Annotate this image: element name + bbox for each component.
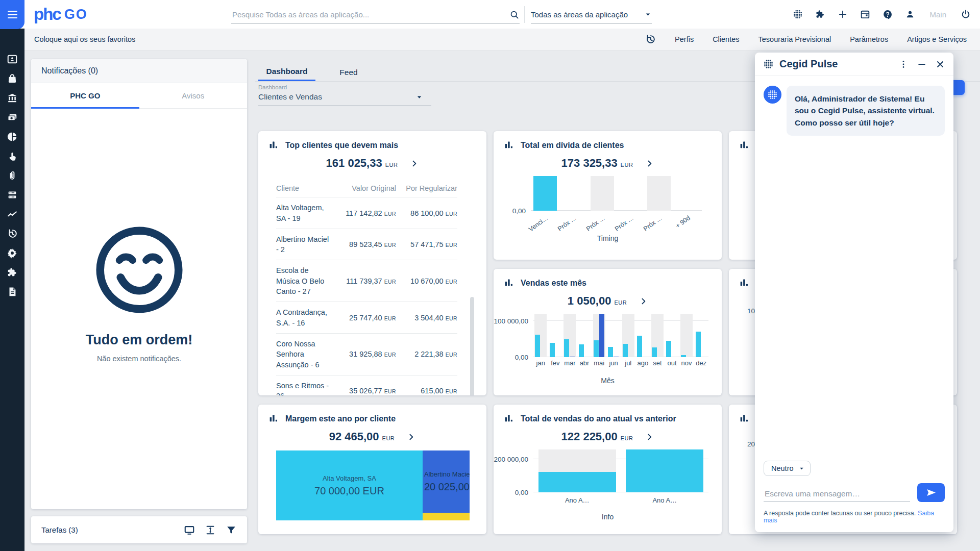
bar-slot[interactable] [616, 176, 645, 211]
recent-history-icon[interactable] [645, 34, 656, 45]
filter-funnel-icon[interactable] [226, 524, 237, 536]
bar-previous[interactable] [652, 347, 657, 357]
month-slot[interactable] [562, 314, 577, 357]
month-slot[interactable] [665, 314, 679, 357]
treemap-cell-alta-voltagem[interactable]: Alta Voltagem, SA70 000,00 EUR [276, 450, 423, 520]
bar-slot[interactable] [559, 176, 588, 211]
shopping-bag-icon[interactable] [7, 73, 18, 84]
month-slot[interactable] [548, 314, 563, 357]
table-row[interactable]: Albertino Maciel - 289 523,45EUR57 471,7… [276, 229, 457, 260]
send-button[interactable] [917, 483, 945, 502]
cash-icon[interactable] [7, 112, 18, 123]
monitor-icon[interactable] [184, 524, 195, 536]
year-slot[interactable] [533, 449, 621, 492]
bar[interactable] [647, 176, 671, 211]
bar-previous[interactable] [564, 339, 569, 357]
bar-previous[interactable] [594, 340, 599, 357]
favorite-link-clientes[interactable]: Clientes [713, 35, 739, 43]
bar-previous[interactable] [608, 347, 613, 357]
card-total-link[interactable]: 1 050,00 EUR [494, 294, 722, 308]
puzzle-icon[interactable] [7, 267, 18, 278]
month-slot[interactable] [577, 314, 592, 357]
document-icon[interactable] [7, 286, 18, 297]
bar[interactable] [626, 449, 703, 492]
month-slot[interactable] [650, 314, 665, 357]
user-account-icon[interactable] [905, 9, 915, 19]
dashboard-select[interactable]: Dashboard Clientes e Vendas [258, 84, 431, 106]
bar-previous[interactable] [550, 343, 555, 357]
bar-previous[interactable] [579, 344, 584, 357]
bar-slot[interactable] [588, 176, 617, 211]
tab-dashboard[interactable]: Dashboard [258, 63, 315, 81]
search-icon[interactable] [509, 10, 520, 20]
bar-previous[interactable] [696, 332, 701, 357]
settings-gear-icon[interactable] [7, 247, 18, 259]
table-scrollbar[interactable] [470, 297, 474, 395]
bar[interactable] [533, 176, 557, 211]
month-slot[interactable] [606, 314, 621, 357]
tab-phc-go[interactable]: PHC GO [31, 83, 139, 108]
favorite-link-perfis[interactable]: Perfis [675, 35, 694, 43]
add-new-icon[interactable] [838, 9, 848, 19]
favorite-link-tesouraria[interactable]: Tesouraria Previsional [758, 35, 831, 43]
tab-avisos[interactable]: Avisos [139, 83, 248, 108]
month-slot[interactable] [621, 314, 635, 357]
tone-select[interactable]: Neutro [764, 461, 811, 476]
month-slot[interactable] [592, 314, 606, 357]
table-row[interactable]: Sons e Ritmos - 3635 026,77EUR615,00EUR [276, 375, 457, 395]
expand-vertical-icon[interactable] [205, 524, 216, 536]
favorite-link-parametros[interactable]: Parâmetros [850, 35, 888, 43]
server-list-icon[interactable] [7, 189, 18, 201]
bar-previous[interactable] [637, 336, 642, 358]
tab-feed[interactable]: Feed [327, 63, 371, 81]
attachment-icon[interactable] [7, 170, 18, 181]
help-icon[interactable] [883, 9, 893, 19]
contact-card-icon[interactable] [7, 54, 18, 65]
table-row[interactable]: Alta Voltagem, SA - 19117 142,82EUR86 10… [276, 197, 457, 229]
touch-action-icon[interactable] [7, 151, 18, 162]
history-icon[interactable] [7, 228, 18, 239]
favorite-link-artigos[interactable]: Artigos e Serviços [907, 35, 967, 43]
card-total-link[interactable]: 161 025,33 EUR [258, 157, 486, 170]
pie-chart-icon[interactable] [7, 131, 18, 142]
bar-previous[interactable] [666, 341, 671, 357]
extensions-puzzle-icon[interactable] [815, 9, 825, 19]
year-slot[interactable] [621, 449, 709, 492]
minimize-icon[interactable] [917, 59, 927, 69]
main-menu-button[interactable] [0, 0, 24, 29]
bar-current[interactable] [599, 314, 604, 357]
bar-slot[interactable] [645, 176, 673, 211]
bar-previous[interactable] [535, 335, 540, 357]
search-scope-select[interactable]: Todas as áreas da aplicação [531, 6, 652, 23]
bar-slot[interactable] [673, 176, 702, 211]
month-slot[interactable] [679, 314, 694, 357]
close-icon[interactable] [935, 59, 945, 69]
treemap-cell-albertino[interactable]: Albertino Maciel20 025,00 EUR [423, 450, 470, 513]
analytics-trend-icon[interactable] [7, 209, 18, 220]
phc-go-logo[interactable]: phc GO [34, 0, 88, 29]
month-slot[interactable] [694, 314, 708, 357]
power-logout-icon[interactable] [961, 9, 971, 19]
table-row[interactable]: Coro Nossa Senhora Assunção - 631 925,88… [276, 333, 457, 375]
month-slot[interactable] [635, 314, 650, 357]
treemap-cell-small-yellow[interactable] [423, 513, 470, 520]
table-row[interactable]: A Contradança, S.A. - 1625 747,40EUR3 50… [276, 302, 457, 333]
bar-current[interactable] [614, 357, 619, 357]
bank-icon[interactable] [7, 92, 18, 104]
bar-previous[interactable] [623, 344, 628, 357]
global-search-input[interactable] [231, 10, 509, 19]
table-row[interactable]: Escola de Música O Belo Canto - 27111 73… [276, 260, 457, 302]
bar-slot[interactable] [531, 176, 559, 211]
card-total-link[interactable]: 122 225,00 EUR [494, 430, 722, 443]
kebab-menu-icon[interactable] [898, 59, 909, 69]
bar[interactable] [538, 472, 616, 492]
bar-current[interactable] [570, 357, 575, 357]
month-slot[interactable] [533, 314, 548, 357]
bar-previous[interactable] [681, 355, 686, 357]
bar[interactable] [591, 176, 614, 211]
apps-grid-icon[interactable] [793, 9, 803, 19]
pulse-message-input[interactable] [764, 486, 910, 502]
card-total-link[interactable]: 173 325,33 EUR [494, 157, 722, 170]
card-total-link[interactable]: 92 465,00 EUR [258, 430, 486, 443]
calendar-icon[interactable] [860, 9, 870, 19]
